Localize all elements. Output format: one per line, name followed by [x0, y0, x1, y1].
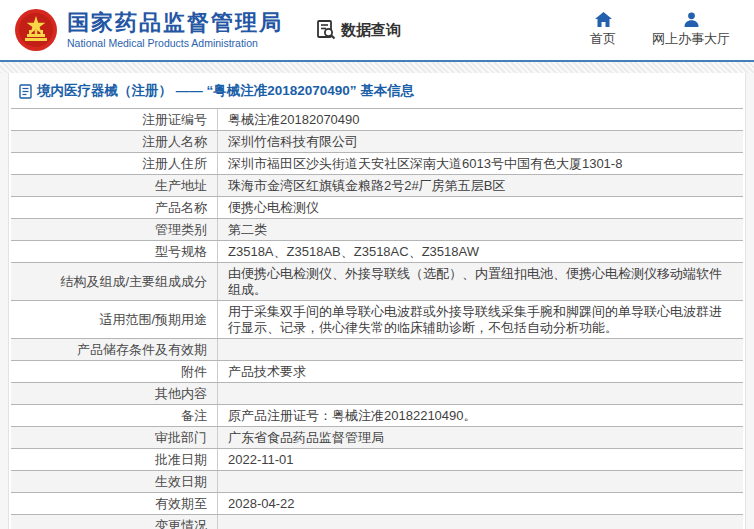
content-panel: 境内医疗器械（注册） —— “粤械注准20182070490” 基本信息 注册证…: [8, 73, 746, 529]
row-label: 批准日期: [11, 449, 218, 470]
row-value: 产品技术要求: [218, 361, 743, 382]
table-row-product-name: 产品名称 便携心电检测仪: [11, 196, 743, 218]
row-label: 注册证编号: [11, 109, 218, 130]
table-row-other-content: 其他内容: [11, 382, 743, 404]
table-row-intended-use: 适用范围/预期用途 用于采集双手间的单导联心电波群或外接导联线采集手腕和脚踝间的…: [11, 300, 743, 338]
person-icon: [684, 12, 699, 27]
table-row-remarks: 备注 原产品注册证号：粤械注准20182210490。: [11, 404, 743, 426]
row-label: 其他内容: [11, 383, 218, 404]
nav-service-hall-label: 网上办事大厅: [652, 30, 730, 48]
row-label: 变更情况: [11, 515, 218, 529]
row-label: 生效日期: [11, 471, 218, 492]
row-label: 生产地址: [11, 175, 218, 196]
row-value: 深圳竹信科技有限公司: [218, 131, 743, 152]
brand-logo-block[interactable]: 国家药品监督管理局 National Medical Products Admi…: [14, 8, 283, 52]
row-value: [218, 383, 743, 404]
national-emblem-icon: [14, 8, 58, 52]
table-row-registrant-name: 注册人名称 深圳竹信科技有限公司: [11, 130, 743, 152]
row-label: 型号规格: [11, 241, 218, 262]
table-row-change-status: 变更情况: [11, 514, 743, 529]
row-value: 用于采集双手间的单导联心电波群或外接导联线采集手腕和脚踝间的单导联心电波群进行显…: [218, 301, 743, 338]
table-row-reg-number: 注册证编号 粤械注准20182070490: [11, 108, 743, 130]
row-label: 审批部门: [11, 427, 218, 448]
data-query-tab[interactable]: 数据查询: [315, 19, 401, 41]
row-value: 珠海市金湾区红旗镇金粮路2号2#厂房第五层B区: [218, 175, 743, 196]
nav-home-label: 首页: [590, 30, 616, 48]
table-row-model-spec: 型号规格 Z3518A、Z3518AB、Z3518AC、Z3518AW: [11, 240, 743, 262]
table-row-registrant-address: 注册人住所 深圳市福田区沙头街道天安社区深南大道6013号中国有色大厦1301-…: [11, 152, 743, 174]
row-label: 附件: [11, 361, 218, 382]
row-value: 第二类: [218, 219, 743, 240]
page-title-text: 境内医疗器械（注册） —— “粤械注准20182070490” 基本信息: [37, 82, 414, 100]
row-label: 注册人名称: [11, 131, 218, 152]
row-label: 有效期至: [11, 493, 218, 514]
page-title: 境内医疗器械（注册） —— “粤械注准20182070490” 基本信息: [9, 73, 745, 108]
row-value: Z3518A、Z3518AB、Z3518AC、Z3518AW: [218, 241, 743, 262]
nav-service-hall[interactable]: 网上办事大厅: [652, 12, 730, 48]
row-value: 由便携心电检测仪、外接导联线（选配）、内置纽扣电池、便携心电检测仪移动端软件组成…: [218, 263, 743, 300]
row-value: 粤械注准20182070490: [218, 109, 743, 130]
org-name-cn: 国家药品监督管理局: [67, 11, 283, 35]
home-icon: [595, 12, 612, 27]
row-label: 产品名称: [11, 197, 218, 218]
table-row-storage-conditions: 产品储存条件及有效期: [11, 338, 743, 360]
top-nav: 首页 网上办事大厅: [590, 12, 730, 48]
data-query-label: 数据查询: [341, 21, 401, 40]
row-value: 原产品注册证号：粤械注准20182210490。: [218, 405, 743, 426]
row-label: 结构及组成/主要组成成分: [11, 263, 218, 300]
table-row-production-address: 生产地址 珠海市金湾区红旗镇金粮路2号2#厂房第五层B区: [11, 174, 743, 196]
table-row-valid-until: 有效期至 2028-04-22: [11, 492, 743, 514]
row-value: 2028-04-22: [218, 493, 743, 514]
row-value: [218, 471, 743, 492]
row-value: [218, 339, 743, 360]
row-label: 产品储存条件及有效期: [11, 339, 218, 360]
nav-home[interactable]: 首页: [590, 12, 616, 48]
row-value: 2022-11-01: [218, 449, 743, 470]
row-label: 注册人住所: [11, 153, 218, 174]
row-value: [218, 515, 743, 529]
row-value: 便携心电检测仪: [218, 197, 743, 218]
site-header: 国家药品监督管理局 National Medical Products Admi…: [0, 0, 754, 62]
registration-info-table: 注册证编号 粤械注准20182070490 注册人名称 深圳竹信科技有限公司 注…: [11, 108, 743, 529]
table-row-attachment: 附件 产品技术要求: [11, 360, 743, 382]
document-search-icon: [315, 19, 337, 41]
table-row-effective-date: 生效日期: [11, 470, 743, 492]
table-row-management-class: 管理类别 第二类: [11, 218, 743, 240]
row-label: 管理类别: [11, 219, 218, 240]
table-row-approval-department: 审批部门 广东省食品药品监督管理局: [11, 426, 743, 448]
row-label: 备注: [11, 405, 218, 426]
row-label: 适用范围/预期用途: [11, 301, 218, 338]
document-icon: [19, 84, 32, 99]
table-row-composition: 结构及组成/主要组成成分 由便携心电检测仪、外接导联线（选配）、内置纽扣电池、便…: [11, 262, 743, 300]
table-row-approval-date: 批准日期 2022-11-01: [11, 448, 743, 470]
row-value: 深圳市福田区沙头街道天安社区深南大道6013号中国有色大厦1301-8: [218, 153, 743, 174]
decorative-strip: [0, 62, 754, 73]
org-name-en: National Medical Products Administration: [67, 38, 283, 50]
row-value: 广东省食品药品监督管理局: [218, 427, 743, 448]
